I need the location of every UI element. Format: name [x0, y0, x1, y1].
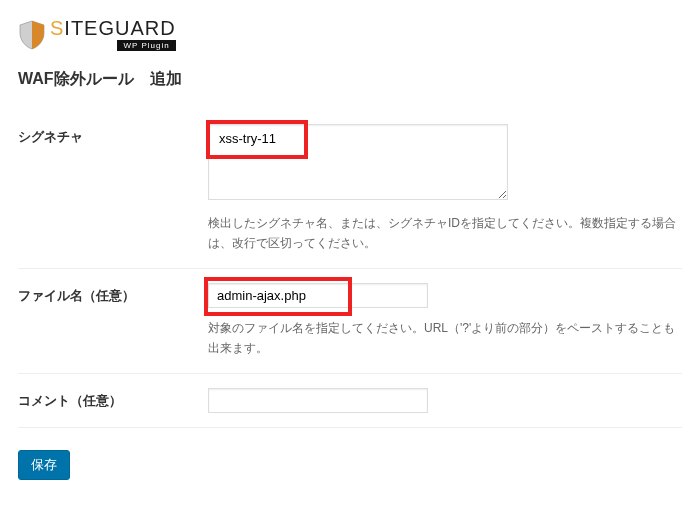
logo-prefix: S [50, 17, 64, 39]
signature-highlight [208, 124, 508, 203]
filename-highlight [208, 283, 428, 308]
page-title: WAF除外ルール 追加 [18, 69, 682, 90]
logo-sub: WP Plugin [117, 40, 175, 51]
signature-row: シグネチャ 検出したシグネチャ名、または、シグネチャIDを指定してください。複数… [18, 110, 682, 269]
filename-input[interactable] [208, 283, 428, 308]
submit-row: 保存 [18, 450, 682, 480]
filename-label: ファイル名（任意） [18, 283, 208, 305]
comment-row: コメント（任意） [18, 374, 682, 428]
shield-icon [18, 19, 46, 51]
logo-rest: ITEGUARD [64, 17, 175, 39]
signature-input[interactable] [208, 124, 508, 200]
comment-label: コメント（任意） [18, 388, 208, 410]
comment-input[interactable] [208, 388, 428, 413]
filename-hint: 対象のファイル名を指定してください。URL（'?'より前の部分）をペーストするこ… [208, 318, 682, 359]
signature-hint: 検出したシグネチャ名、または、シグネチャIDを指定してください。複数指定する場合… [208, 213, 682, 254]
save-button[interactable]: 保存 [18, 450, 70, 480]
plugin-header: SITEGUARD WP Plugin [18, 18, 682, 51]
filename-row: ファイル名（任意） 対象のファイル名を指定してください。URL（'?'より前の部… [18, 269, 682, 374]
signature-label: シグネチャ [18, 124, 208, 146]
logo-text: SITEGUARD WP Plugin [50, 18, 176, 51]
siteguard-logo: SITEGUARD WP Plugin [18, 18, 176, 51]
